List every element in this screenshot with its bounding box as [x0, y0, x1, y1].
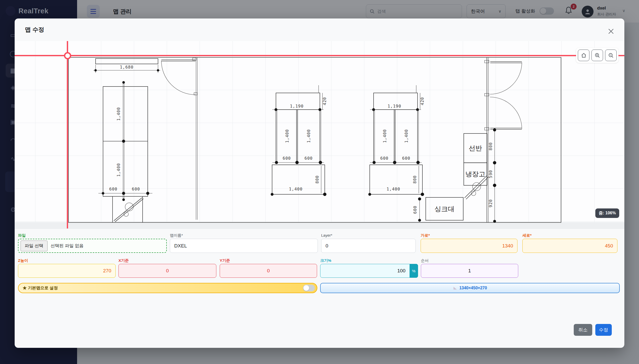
floor-plan-canvas[interactable]: 1,680 1,400 1,400 600 600	[15, 41, 624, 229]
dim-label: 1,400	[386, 187, 400, 191]
y-ref-input[interactable]	[220, 264, 317, 278]
canvas-bottom-strip	[15, 222, 624, 228]
plan-middle-group-a: 1,190 420 1,400 1,400 600 600 800	[271, 85, 327, 196]
dim-label: 600	[109, 187, 117, 191]
zoom-in-button[interactable]	[591, 50, 603, 61]
floor-plan: 1,680 1,400 1,400 600 600	[68, 57, 561, 223]
map-name-input[interactable]	[170, 239, 318, 253]
page: RealTrek ▭ ◯ ▦ ◈ ≋ ▣ ◠ ∿ ⚙ 맵 관리 검색 한국어 ∨…	[0, 0, 639, 364]
dim-label: 1,400	[116, 107, 121, 121]
percent-addon: %	[410, 264, 418, 278]
dim-label: 420	[420, 97, 425, 105]
default-map-bar[interactable]: ★ 기본맵으로 설정	[18, 283, 317, 293]
default-map-toggle[interactable]	[303, 285, 315, 291]
home-button[interactable]	[578, 50, 589, 61]
dim-label: 800	[488, 142, 493, 150]
file-drop-area[interactable]: 파일 선택 선택된 파일 없음	[18, 239, 167, 253]
dimensions-summary-text: 1340×450×270	[459, 286, 487, 290]
x-ref-label: X기준	[118, 258, 129, 263]
zoom-in-icon	[594, 52, 600, 59]
file-label: 파일	[18, 233, 26, 238]
z-height-input[interactable]	[18, 264, 116, 278]
y-ref-label: Y기준	[220, 258, 230, 263]
dim-label: 600	[402, 156, 410, 161]
close-icon[interactable]	[607, 27, 615, 35]
crosshair-vertical-line[interactable]	[67, 41, 68, 228]
dim-label: 420	[322, 97, 327, 105]
dim-label: 1,190	[290, 104, 303, 109]
dim-label: 1,190	[387, 104, 401, 109]
zoom-out-icon	[608, 52, 614, 59]
dim-label: 600	[380, 156, 388, 161]
dim-label: 1,680	[120, 65, 133, 70]
dim-label: 590	[488, 170, 493, 178]
dim-label: 1,400	[116, 163, 121, 177]
dim-label: 1,400	[382, 129, 387, 143]
height-input[interactable]	[522, 239, 617, 253]
map-edit-modal: 맵 수정 1,680	[15, 18, 624, 348]
dim-label: 600	[413, 206, 418, 214]
dim-label: 800	[412, 175, 417, 184]
dimensions-summary-bar: 1340×450×270	[320, 283, 620, 293]
layer-label: Layer*	[321, 233, 332, 237]
dim-label: 1,400	[289, 187, 302, 191]
dim-label: 1,400	[285, 129, 290, 143]
plan-left-group: 1,680 1,400 1,400 600 600	[93, 58, 197, 222]
cancel-button[interactable]: 취소	[574, 324, 592, 336]
home-icon	[581, 52, 587, 59]
default-map-label: ★ 기본맵으로 설정	[23, 285, 58, 291]
dim-label: 920	[488, 199, 493, 207]
order-input[interactable]	[421, 264, 518, 278]
size-pct-label: 크기%	[320, 258, 331, 263]
crosshair-origin-handle[interactable]	[64, 52, 71, 59]
room-label: 싱크대	[434, 205, 455, 213]
zoom-level-badge: 줌: 106%	[595, 208, 619, 218]
modal-title: 맵 수정	[25, 26, 44, 34]
plan-right-group: 선반 냉장고 800 590 920 싱크대 600	[413, 58, 522, 223]
room-label: 선반	[469, 144, 482, 152]
size-pct-input[interactable]	[320, 264, 418, 278]
width-label: 가로*	[421, 233, 430, 238]
x-ref-input[interactable]	[118, 264, 216, 278]
order-label: 순서	[421, 258, 429, 263]
dim-label: 600	[304, 156, 313, 161]
crosshair-horizontal-line[interactable]	[15, 55, 624, 56]
layer-input[interactable]	[321, 239, 416, 253]
zoom-out-button[interactable]	[605, 50, 617, 61]
dim-label: 800	[315, 175, 320, 184]
file-select-button[interactable]: 파일 선택	[21, 241, 48, 251]
map-name-label: 맵이름*	[170, 233, 183, 238]
dim-label: 600	[132, 187, 140, 191]
height-label: 세로*	[522, 233, 532, 238]
z-height-label: Z높이	[18, 258, 28, 263]
room-label: 냉장고	[465, 170, 485, 178]
ruler-triangle-icon	[453, 286, 457, 290]
file-empty-text: 선택된 파일 없음	[51, 243, 84, 249]
dim-label: 1,400	[404, 129, 409, 143]
dim-label: 600	[283, 156, 291, 161]
dim-label: 1,400	[306, 129, 311, 143]
width-input[interactable]	[421, 239, 517, 253]
plan-middle-group-b: 1,190 420 1,400 1,400 600 600 800	[368, 85, 425, 196]
submit-button[interactable]: 수정	[595, 324, 612, 336]
canvas-zoom-toolbar	[576, 48, 618, 63]
